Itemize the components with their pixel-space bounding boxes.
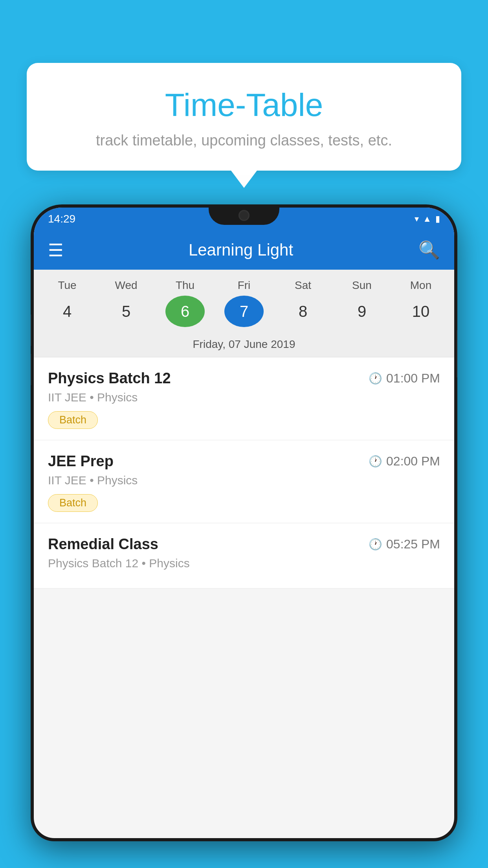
day-label-fri: Fri	[224, 279, 264, 292]
day-8[interactable]: 8	[283, 296, 323, 327]
front-camera	[238, 210, 250, 221]
day-headers: Tue Wed Thu Fri Sat Sun Mon	[34, 279, 454, 292]
day-label-sat: Sat	[283, 279, 323, 292]
class-item-3-row1: Remedial Class 🕐 05:25 PM	[48, 536, 440, 553]
app-title: Learning Light	[189, 241, 293, 259]
menu-icon[interactable]: ☰	[48, 240, 63, 260]
tooltip-subtitle: track timetable, upcoming classes, tests…	[50, 132, 438, 149]
day-numbers: 4 5 6 7 8 9 10	[34, 296, 454, 327]
class-time-1: 🕐 01:00 PM	[369, 371, 440, 386]
class-detail-1: IIT JEE • Physics	[48, 391, 440, 404]
class-item-3[interactable]: Remedial Class 🕐 05:25 PM Physics Batch …	[34, 523, 454, 588]
phone-container: 14:29 ▾ ▲ ▮ ☰ Learning Light 🔍 Tue Wed T…	[31, 204, 457, 868]
class-time-3: 🕐 05:25 PM	[369, 537, 440, 552]
day-6-today[interactable]: 6	[165, 296, 205, 327]
day-label-sun: Sun	[342, 279, 382, 292]
day-9[interactable]: 9	[342, 296, 382, 327]
volume-down-button	[31, 354, 31, 385]
day-label-thu: Thu	[165, 279, 205, 292]
selected-date-label: Friday, 07 June 2019	[34, 333, 454, 357]
day-label-tue: Tue	[48, 279, 87, 292]
batch-badge-1: Batch	[48, 411, 98, 429]
day-7-selected[interactable]: 7	[224, 296, 264, 327]
class-item-1-row1: Physics Batch 12 🕐 01:00 PM	[48, 370, 440, 387]
status-time: 14:29	[48, 213, 75, 225]
clock-icon-3: 🕐	[369, 538, 382, 551]
class-item-2-row1: JEE Prep 🕐 02:00 PM	[48, 453, 440, 470]
class-item-1[interactable]: Physics Batch 12 🕐 01:00 PM IIT JEE • Ph…	[34, 357, 454, 440]
class-item-2[interactable]: JEE Prep 🕐 02:00 PM IIT JEE • Physics Ba…	[34, 440, 454, 523]
class-name-1: Physics Batch 12	[48, 370, 171, 387]
battery-icon: ▮	[435, 214, 440, 224]
clock-icon-1: 🕐	[369, 372, 382, 385]
search-icon[interactable]: 🔍	[418, 240, 440, 260]
power-button	[457, 330, 457, 377]
class-time-2: 🕐 02:00 PM	[369, 454, 440, 469]
class-name-2: JEE Prep	[48, 453, 114, 470]
calendar-strip: Tue Wed Thu Fri Sat Sun Mon 4 5 6 7 8 9 …	[34, 270, 454, 357]
wifi-icon: ▾	[415, 214, 419, 224]
class-list: Physics Batch 12 🕐 01:00 PM IIT JEE • Ph…	[34, 357, 454, 588]
day-label-mon: Mon	[401, 279, 440, 292]
clock-icon-2: 🕐	[369, 455, 382, 468]
tooltip-title: Time-Table	[50, 86, 438, 123]
day-10[interactable]: 10	[401, 296, 440, 327]
class-name-3: Remedial Class	[48, 536, 158, 553]
volume-up-button	[31, 314, 31, 346]
class-detail-2: IIT JEE • Physics	[48, 474, 440, 487]
day-5[interactable]: 5	[106, 296, 146, 327]
phone-frame: 14:29 ▾ ▲ ▮ ☰ Learning Light 🔍 Tue Wed T…	[31, 204, 457, 841]
day-4[interactable]: 4	[48, 296, 87, 327]
phone-notch	[209, 204, 279, 225]
day-label-wed: Wed	[106, 279, 146, 292]
signal-icon: ▲	[423, 214, 431, 224]
tooltip-card: Time-Table track timetable, upcoming cla…	[27, 63, 461, 171]
phone-screen: 14:29 ▾ ▲ ▮ ☰ Learning Light 🔍 Tue Wed T…	[34, 208, 454, 838]
app-toolbar: ☰ Learning Light 🔍	[34, 230, 454, 270]
class-detail-3: Physics Batch 12 • Physics	[48, 557, 440, 570]
status-icons: ▾ ▲ ▮	[415, 214, 440, 224]
batch-badge-2: Batch	[48, 494, 98, 512]
